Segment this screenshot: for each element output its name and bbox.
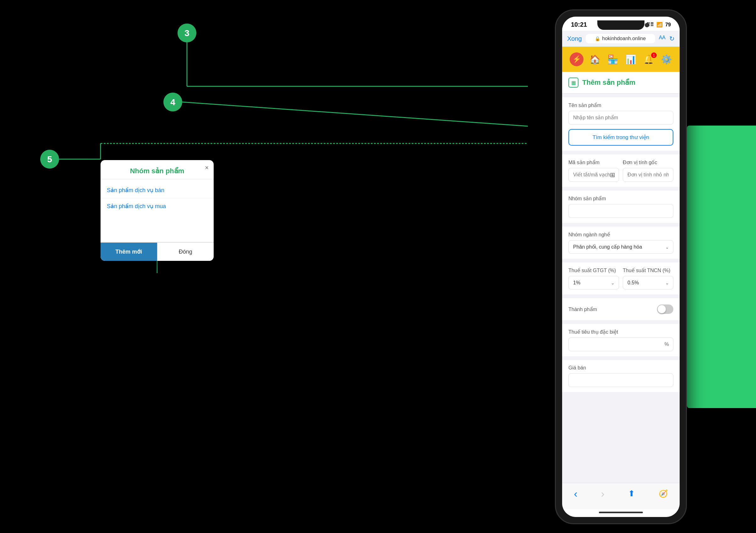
- status-icons: ⠿⠿ 📶 79: [646, 22, 671, 28]
- sale-price-input[interactable]: [568, 373, 673, 387]
- browser-controls: AA ↻: [659, 35, 675, 42]
- url-text: hokinhdoanh.online: [602, 36, 646, 41]
- home-indicator: [562, 509, 680, 517]
- svg-text:4: 4: [170, 97, 175, 107]
- svg-point-4: [163, 92, 182, 112]
- add-new-button[interactable]: Thêm mới: [100, 242, 157, 261]
- percent-symbol: %: [664, 342, 669, 347]
- modal-close-btn[interactable]: ×: [205, 165, 209, 171]
- home-icon[interactable]: 🏠: [589, 54, 601, 65]
- gear-icon[interactable]: ⚙️: [661, 54, 672, 65]
- form-header: ▦ Thêm sản phẩm: [562, 72, 680, 93]
- modal-list: Sản phẩm dịch vụ bán Sản phẩm dịch vụ mu…: [100, 179, 214, 242]
- form-title: Thêm sản phẩm: [582, 79, 635, 87]
- vat-wrapper: 1%: [568, 276, 619, 290]
- store-icon[interactable]: 🏪: [608, 54, 618, 65]
- search-library-btn[interactable]: Tìm kiếm trong thư viện: [568, 129, 673, 146]
- phone-frame: 10:21 ⠿⠿ 📶 79 Xong 🔒 hokinhdoanh.online …: [555, 10, 687, 524]
- product-group-section: Nhóm sản phẩm: [562, 190, 680, 223]
- product-group-input[interactable]: [568, 204, 673, 218]
- back-btn[interactable]: ‹: [574, 488, 577, 500]
- svg-point-0: [177, 24, 196, 42]
- product-name-section: Tên sản phẩm Tìm kiếm trong thư viện: [562, 97, 680, 151]
- industry-group-section: Nhóm ngành nghề Phân phối, cung cấp hàng…: [562, 227, 680, 259]
- product-name-label: Tên sản phẩm: [568, 102, 673, 108]
- industry-group-select[interactable]: Phân phối, cung cấp hàng hóa: [568, 240, 673, 254]
- barcode-scan-icon[interactable]: ⊞: [610, 171, 615, 179]
- vat-col: Thuế suất GTGT (%) 1%: [568, 267, 619, 290]
- special-tax-wrapper: %: [568, 338, 673, 351]
- personal-tax-col: Thuế suất TNCN (%) 0.5%: [623, 267, 673, 290]
- wifi-icon: 📶: [656, 22, 663, 28]
- finished-product-row: Thành phẩm: [568, 303, 673, 315]
- forward-btn[interactable]: ›: [601, 488, 605, 500]
- browser-done-btn[interactable]: Xong: [567, 35, 582, 42]
- svg-point-7: [40, 150, 59, 168]
- battery-level: 79: [665, 22, 671, 28]
- industry-group-label: Nhóm ngành nghề: [568, 232, 673, 238]
- special-tax-input[interactable]: [568, 338, 673, 351]
- phone-notch: [597, 20, 644, 30]
- bookmark-btn[interactable]: 🧭: [659, 489, 668, 498]
- lock-icon: 🔒: [595, 36, 600, 41]
- personal-tax-select[interactable]: 0.5%: [623, 276, 673, 290]
- code-unit-section: Mã sản phẩm ⊞ Đơn vị tính gốc: [562, 154, 680, 187]
- browser-bar: Xong 🔒 hokinhdoanh.online AA ↻: [562, 31, 680, 47]
- svg-line-6: [182, 102, 528, 126]
- product-code-col: Mã sản phẩm ⊞: [568, 160, 619, 182]
- modal-title: Nhóm sản phẩm: [100, 160, 214, 179]
- special-tax-label: Thuế tiêu thụ đặc biệt: [568, 329, 673, 335]
- special-tax-section: Thuế tiêu thụ đặc biệt %: [562, 324, 680, 356]
- form-icon: ▦: [571, 80, 576, 86]
- unit-label: Đơn vị tính gốc: [623, 160, 673, 165]
- sale-price-label: Giá bán: [568, 365, 673, 371]
- camera-dot: [645, 23, 649, 27]
- bell-icon[interactable]: 🔔 1: [643, 54, 654, 65]
- product-group-label: Nhóm sản phẩm: [568, 195, 673, 202]
- list-item[interactable]: Sản phẩm dịch vụ bán: [100, 182, 214, 198]
- industry-group-wrapper: Phân phối, cung cấp hàng hóa: [568, 240, 673, 254]
- tax-section: Thuế suất GTGT (%) 1% Thuế suất TNCN (%)…: [562, 263, 680, 294]
- notification-badge: 1: [651, 52, 657, 58]
- finished-product-label: Thành phẩm: [568, 306, 597, 312]
- app-logo: ⚡: [570, 52, 583, 66]
- browser-url-bar[interactable]: 🔒 hokinhdoanh.online: [586, 34, 655, 43]
- svg-text:3: 3: [184, 28, 189, 38]
- share-btn[interactable]: ⬆: [628, 489, 635, 498]
- chart-icon[interactable]: 📊: [625, 54, 636, 65]
- sale-price-section: Giá bán: [562, 360, 680, 392]
- logo-icon: ⚡: [573, 55, 581, 63]
- phone-screen: 10:21 ⠿⠿ 📶 79 Xong 🔒 hokinhdoanh.online …: [562, 17, 680, 517]
- finished-product-toggle[interactable]: [657, 304, 673, 314]
- form-content: ▦ Thêm sản phẩm Tên sản phẩm Tìm kiếm tr…: [562, 72, 680, 483]
- product-name-input[interactable]: [568, 111, 673, 125]
- browser-bottom-nav: ‹ › ⬆ 🧭: [562, 483, 680, 509]
- personal-tax-wrapper: 0.5%: [623, 276, 673, 290]
- vat-select[interactable]: 1%: [568, 276, 619, 290]
- modal-footer: Thêm mới Đóng: [100, 242, 214, 261]
- finished-product-section: Thành phẩm: [562, 298, 680, 320]
- app-header: ⚡ 🏠 🏪 📊 🔔 1 ⚙️: [562, 47, 680, 72]
- personal-tax-label: Thuế suất TNCN (%): [623, 267, 673, 273]
- refresh-icon[interactable]: ↻: [669, 35, 675, 42]
- product-code-wrapper: ⊞: [568, 168, 619, 182]
- green-accent-panel: [687, 126, 756, 408]
- home-bar: [599, 512, 643, 513]
- svg-text:5: 5: [47, 154, 52, 164]
- vat-label: Thuế suất GTGT (%): [568, 267, 619, 273]
- two-col-row: Mã sản phẩm ⊞ Đơn vị tính gốc: [568, 160, 673, 182]
- list-item[interactable]: Sản phẩm dịch vụ mua: [100, 198, 214, 214]
- text-size-icon[interactable]: AA: [659, 35, 665, 42]
- product-group-modal: Nhóm sản phẩm × Sản phẩm dịch vụ bán Sản…: [100, 160, 214, 261]
- unit-input[interactable]: [623, 168, 673, 182]
- app-nav-icons: 🏠 🏪 📊 🔔 1 ⚙️: [589, 54, 672, 65]
- product-code-label: Mã sản phẩm: [568, 160, 619, 165]
- unit-col: Đơn vị tính gốc: [623, 160, 673, 182]
- close-button[interactable]: Đóng: [157, 242, 214, 261]
- status-time: 10:21: [571, 21, 587, 28]
- form-header-icon: ▦: [568, 78, 579, 88]
- tax-row: Thuế suất GTGT (%) 1% Thuế suất TNCN (%)…: [568, 267, 673, 290]
